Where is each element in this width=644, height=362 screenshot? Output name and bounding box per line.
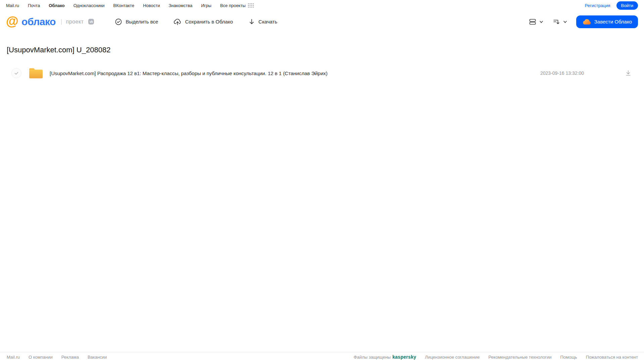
chevron-down-icon <box>563 19 567 24</box>
auth-controls: Регистрация Войти <box>585 1 638 10</box>
footer-link-jobs[interactable]: Вакансии <box>88 355 107 360</box>
footer-link-about[interactable]: О компании <box>29 355 53 360</box>
footer-link-report[interactable]: Пожаловаться на контент <box>586 355 638 360</box>
save-to-cloud-button[interactable]: Сохранить в Облако <box>174 18 233 25</box>
apps-grid-icon <box>248 3 254 8</box>
list-view-icon <box>529 18 537 26</box>
file-date: 2023-09-16 13:32:00 <box>540 70 584 76</box>
portal-links: Mail.ru Почта Облако Одноклассники ВКонт… <box>6 3 254 8</box>
footer-link-help[interactable]: Помощь <box>560 355 577 360</box>
all-projects-label: Все проекты <box>220 3 246 8</box>
file-row[interactable]: [UsupovMarket.com] Распродажа 12 в1: Мас… <box>0 66 644 81</box>
file-name[interactable]: [UsupovMarket.com] Распродажа 12 в1: Мас… <box>50 70 328 76</box>
protected-label: Файлы защищены <box>354 355 391 360</box>
footer-link-license[interactable]: Лицензионное соглашение <box>425 355 480 360</box>
logo-text: облако <box>21 16 56 28</box>
download-arrow-icon <box>248 18 255 25</box>
kaspersky-protection: Файлы защищены kaspersky <box>354 354 416 360</box>
checkmark-icon <box>14 71 19 75</box>
file-checkbox[interactable] <box>11 68 21 78</box>
file-toolbar: Выделить все Сохранить в Облако Скача <box>115 18 277 25</box>
logo-project-label: проект <box>66 19 84 25</box>
footer: Mail.ru О компании Реклама Вакансии Файл… <box>0 352 644 362</box>
chevron-down-icon <box>539 19 544 24</box>
nav-item-mailru[interactable]: Mail.ru <box>6 3 19 8</box>
mailru-at-icon: @ <box>6 15 18 28</box>
login-button[interactable]: Войти <box>616 1 638 10</box>
nav-item-cloud[interactable]: Облако <box>49 3 65 8</box>
nav-item-news[interactable]: Новости <box>143 3 160 8</box>
sort-icon <box>552 18 560 26</box>
select-all-label: Выделить все <box>126 19 158 24</box>
nav-item-games[interactable]: Игры <box>201 3 211 8</box>
file-download-icon[interactable] <box>625 70 632 76</box>
logo-divider: | <box>61 18 62 25</box>
download-label: Скачать <box>258 19 277 24</box>
kaspersky-logo[interactable]: kaspersky <box>392 354 416 360</box>
save-to-cloud-label: Сохранить в Облако <box>185 19 233 24</box>
nav-item-mail[interactable]: Почта <box>28 3 40 8</box>
orange-cloud-icon <box>582 18 591 25</box>
nav-item-vkontakte[interactable]: ВКонтакте <box>113 3 135 8</box>
select-all-button[interactable]: Выделить все <box>115 18 158 25</box>
cloud-upload-icon <box>174 18 182 25</box>
get-cloud-label: Завести Облако <box>594 19 632 24</box>
nav-item-all-projects[interactable]: Все проекты <box>220 3 254 8</box>
cloud-logo[interactable]: @ облако | проект vk <box>6 16 94 28</box>
registration-link[interactable]: Регистрация <box>585 3 610 8</box>
check-circle-icon <box>115 18 122 25</box>
view-controls: Завести Облако <box>529 15 638 28</box>
main-content: [UsupovMarket.com] U_208082 <box>0 46 644 81</box>
sort-dropdown[interactable] <box>552 18 567 26</box>
page-title: [UsupovMarket.com] U_208082 <box>7 46 644 54</box>
footer-link-mailru[interactable]: Mail.ru <box>7 355 20 360</box>
download-button[interactable]: Скачать <box>248 18 277 25</box>
footer-link-ads[interactable]: Реклама <box>61 355 79 360</box>
cloud-public-page: Mail.ru Почта Облако Одноклассники ВКонт… <box>0 0 644 362</box>
get-cloud-button[interactable]: Завести Облако <box>576 15 638 28</box>
view-mode-dropdown[interactable] <box>529 18 544 26</box>
footer-right-links: Файлы защищены kaspersky Лицензионное со… <box>354 354 638 360</box>
portal-navbar: Mail.ru Почта Облако Одноклассники ВКонт… <box>0 0 644 11</box>
folder-icon <box>28 67 44 80</box>
footer-left-links: Mail.ru О компании Реклама Вакансии <box>7 355 107 360</box>
nav-item-dating[interactable]: Знакомства <box>168 3 192 8</box>
nav-item-odnoklassniki[interactable]: Одноклассники <box>73 3 105 8</box>
footer-link-recommendations[interactable]: Рекомендательные технологии <box>488 355 551 360</box>
vk-badge-icon: vk <box>88 19 94 24</box>
cloud-header: @ облако | проект vk Выделить все <box>0 11 644 32</box>
